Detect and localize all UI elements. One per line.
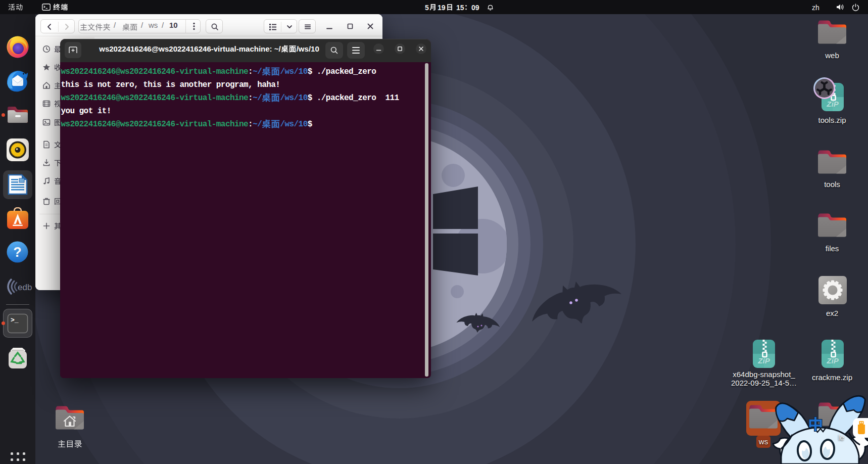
svg-text:edb: edb <box>18 283 32 292</box>
svg-text:>_: >_ <box>11 316 19 324</box>
svg-text:?: ? <box>13 245 22 260</box>
svg-text:ZiP: ZiP <box>826 100 839 108</box>
svg-text:ZiP: ZiP <box>757 356 770 365</box>
svg-text:ZiP: ZiP <box>826 356 839 365</box>
